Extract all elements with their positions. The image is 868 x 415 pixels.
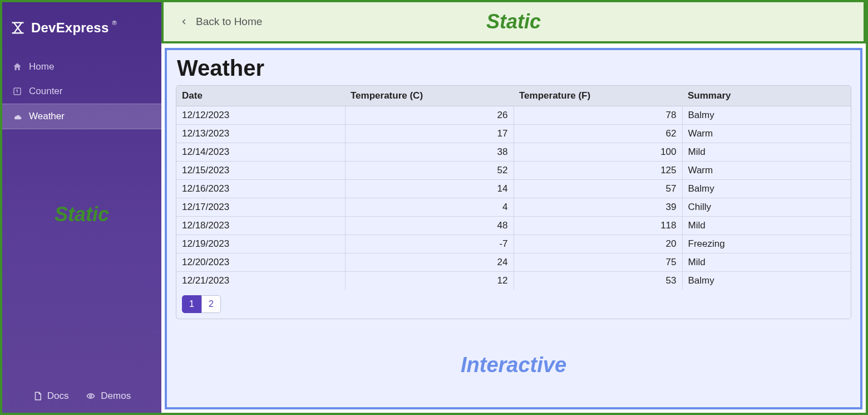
cell-date: 12/15/2023 [176,162,345,180]
cell-date: 12/13/2023 [176,125,345,143]
sidebar-item-label: Home [29,61,54,72]
brand-name: DevExpress [31,20,108,36]
sidebar-item-weather[interactable]: Weather [2,104,161,129]
brand-glyph-icon [10,20,26,36]
table-row[interactable]: 12/12/20232678Balmy [176,106,851,125]
weather-grid[interactable]: Date Temperature (C) Temperature (F) Sum… [176,85,851,319]
cell-temp-f: 100 [514,143,682,162]
demos-link-label: Demos [101,390,131,402]
cell-temp-c: 17 [345,125,514,143]
sidebar-item-counter[interactable]: Counter [2,79,161,104]
cell-date: 12/20/2023 [176,253,345,272]
page-button-2[interactable]: 2 [201,295,221,313]
sidebar-bottom-links: Docs Demos [2,390,161,402]
topbar: Back to Home Static [161,2,866,43]
cell-temp-f: 20 [514,235,682,253]
sidebar-item-label: Weather [29,111,65,122]
cell-date: 12/19/2023 [176,235,345,253]
cell-temp-c: 26 [345,106,514,125]
main-overlay-label: Interactive [167,353,860,377]
topbar-overlay-label: Static [164,10,864,33]
sidebar-item-home[interactable]: Home [2,55,161,79]
cell-summary: Warm [682,162,851,180]
col-date[interactable]: Date [176,86,345,106]
cell-temp-c: -7 [345,235,514,253]
cell-temp-f: 57 [514,180,682,198]
pager: 12 [182,295,851,313]
cell-summary: Mild [682,253,851,272]
page-title: Weather [177,56,851,81]
svg-point-1 [90,395,92,397]
cell-summary: Balmy [682,180,851,198]
col-summary[interactable]: Summary [682,86,851,106]
demos-icon [85,391,96,401]
sidebar: DevExpress ® Home Counter Weather [2,2,161,413]
table-row[interactable]: 12/18/202348118Mild [176,217,851,235]
cell-temp-c: 52 [345,162,514,180]
docs-link[interactable]: Docs [33,390,69,402]
cell-summary: Warm [682,125,851,143]
cell-temp-c: 48 [345,217,514,235]
sidebar-item-label: Counter [29,86,62,97]
brand-logo: DevExpress ® [2,2,161,55]
table-row[interactable]: 12/13/20231762Warm [176,125,851,143]
home-icon [12,62,22,72]
cell-summary: Balmy [682,272,851,290]
cell-temp-f: 118 [514,217,682,235]
table-row[interactable]: 12/17/2023439Chilly [176,198,851,217]
table-header-row: Date Temperature (C) Temperature (F) Sum… [176,86,851,106]
cell-temp-c: 24 [345,253,514,272]
cell-temp-f: 39 [514,198,682,217]
main-panel: Weather Date Temperature (C) Temperature… [165,48,862,409]
cell-summary: Mild [682,217,851,235]
table-row[interactable]: 12/14/202338100Mild [176,143,851,162]
page-button-1[interactable]: 1 [182,295,201,313]
cell-date: 12/12/2023 [176,106,345,125]
cell-temp-f: 62 [514,125,682,143]
cell-temp-f: 53 [514,272,682,290]
table-row[interactable]: 12/21/20231253Balmy [176,272,851,290]
cell-summary: Chilly [682,198,851,217]
cell-summary: Mild [682,143,851,162]
cell-temp-c: 14 [345,180,514,198]
counter-icon [12,86,22,96]
back-to-home-link[interactable]: Back to Home [180,16,262,28]
docs-link-label: Docs [47,390,69,402]
cell-temp-f: 75 [514,253,682,272]
cell-summary: Balmy [682,106,851,125]
docs-icon [33,391,43,401]
col-temp-c[interactable]: Temperature (C) [345,86,514,106]
table-row[interactable]: 12/15/202352125Warm [176,162,851,180]
cell-date: 12/18/2023 [176,217,345,235]
cell-date: 12/21/2023 [176,272,345,290]
back-link-label: Back to Home [196,16,262,28]
cell-temp-c: 38 [345,143,514,162]
cell-date: 12/17/2023 [176,198,345,217]
cell-temp-c: 12 [345,272,514,290]
sidebar-nav: Home Counter Weather [2,55,161,129]
table-row[interactable]: 12/19/2023-720Freezing [176,235,851,253]
sidebar-overlay-label: Static [2,203,161,226]
cell-summary: Freezing [682,235,851,253]
chevron-left-icon [180,17,188,27]
cell-temp-c: 4 [345,198,514,217]
demos-link[interactable]: Demos [85,390,131,402]
table-row[interactable]: 12/16/20231457Balmy [176,180,851,198]
col-temp-f[interactable]: Temperature (F) [514,86,682,106]
cell-temp-f: 78 [514,106,682,125]
cell-date: 12/14/2023 [176,143,345,162]
weather-icon [12,111,22,121]
brand-registered-mark: ® [112,19,116,26]
table-row[interactable]: 12/20/20232475Mild [176,253,851,272]
cell-date: 12/16/2023 [176,180,345,198]
cell-temp-f: 125 [514,162,682,180]
